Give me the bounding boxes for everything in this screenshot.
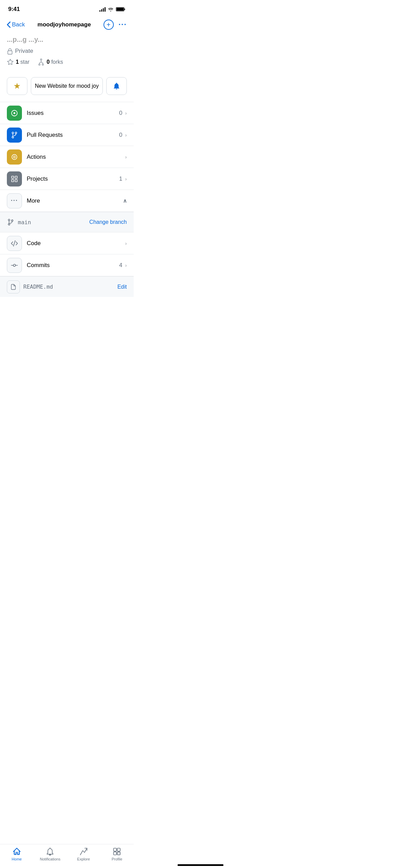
svg-point-21	[13, 264, 15, 266]
change-branch-button[interactable]: Change branch	[89, 219, 127, 225]
projects-count: 1	[119, 176, 122, 182]
commits-label: Commits	[27, 262, 119, 269]
more-options-button[interactable]: ···	[119, 20, 127, 29]
svg-rect-2	[124, 9, 125, 10]
issues-menu-item[interactable]: Issues 0 ›	[0, 102, 134, 124]
pull-requests-count: 0	[119, 132, 122, 138]
readme-info: README.md	[7, 280, 53, 293]
issues-icon	[11, 109, 18, 117]
repo-stats: 1 star 0 forks	[7, 59, 127, 65]
nav-actions: + ···	[104, 20, 127, 30]
nav-bar: Back moodjoyhomepage + ···	[0, 16, 134, 34]
back-chevron-icon	[7, 22, 11, 28]
action-row: ★ New Website for mood joy	[7, 77, 127, 102]
fork-count: 0 forks	[38, 59, 63, 65]
svg-rect-15	[15, 176, 17, 178]
signal-bars-icon	[99, 7, 106, 12]
readme-section: README.md Edit	[0, 276, 134, 297]
star-stat-icon	[7, 59, 14, 65]
star-number: 1	[16, 59, 19, 65]
pull-requests-icon	[11, 131, 18, 139]
commits-icon	[11, 262, 18, 269]
status-time: 9:41	[8, 6, 20, 13]
svg-point-13	[13, 156, 15, 158]
back-button[interactable]: Back	[7, 21, 25, 28]
star-icon: ★	[13, 81, 21, 91]
readme-label: README.md	[23, 284, 53, 290]
svg-rect-1	[117, 8, 124, 11]
fork-number: 0	[47, 59, 50, 65]
fork-label: forks	[51, 59, 63, 65]
pull-requests-chevron-icon: ›	[125, 132, 127, 138]
more-dots-icon: ···	[11, 197, 18, 204]
code-icon	[11, 240, 18, 247]
code-label: Code	[27, 240, 125, 247]
pull-requests-icon-wrap	[7, 128, 22, 143]
branch-info: main	[7, 218, 31, 226]
status-bar: 9:41	[0, 0, 134, 16]
projects-icon	[11, 175, 18, 183]
code-menu-item[interactable]: Code ›	[0, 232, 134, 254]
lock-icon	[7, 48, 13, 55]
repo-visibility: Private	[7, 48, 127, 55]
bell-icon	[112, 82, 121, 90]
branch-section: main Change branch	[0, 212, 134, 232]
branch-icon	[7, 218, 14, 226]
edit-readme-button[interactable]: Edit	[117, 284, 127, 290]
commits-count: 4	[119, 262, 122, 269]
svg-point-8	[13, 112, 15, 114]
description-button[interactable]: New Website for mood joy	[31, 77, 103, 95]
private-label: Private	[15, 48, 33, 55]
notifications-button[interactable]	[106, 77, 127, 95]
more-label: More	[27, 197, 123, 204]
branch-name: main	[18, 219, 31, 226]
star-count: 1 star	[7, 59, 29, 65]
code-chevron-icon: ›	[125, 240, 127, 246]
svg-rect-17	[15, 179, 17, 181]
readme-icon-wrap	[7, 280, 20, 293]
issues-icon-wrap	[7, 106, 22, 121]
description-text: New Website for mood joy	[35, 83, 99, 89]
status-icons	[99, 7, 125, 12]
projects-label: Projects	[27, 176, 119, 182]
actions-icon	[11, 153, 18, 161]
projects-chevron-icon: ›	[125, 176, 127, 182]
svg-point-6	[42, 64, 44, 65]
repo-title-partial: ...p...g ...y...	[7, 36, 127, 44]
plus-icon: +	[107, 21, 111, 28]
projects-menu-item[interactable]: Projects 1 ›	[0, 168, 134, 190]
commits-icon-wrap	[7, 258, 22, 273]
battery-icon	[116, 7, 125, 12]
star-button[interactable]: ★	[7, 77, 27, 95]
pull-requests-menu-item[interactable]: Pull Requests 0 ›	[0, 124, 134, 146]
actions-icon-wrap	[7, 149, 22, 165]
file-section: Code › Commits 4 ›	[0, 232, 134, 276]
add-button[interactable]: +	[104, 20, 114, 30]
back-label: Back	[12, 21, 25, 28]
issues-label: Issues	[27, 110, 119, 117]
more-chevron-up-icon: ∧	[123, 198, 127, 204]
menu-section: Issues 0 › Pull Requests 0 › Actions	[0, 102, 134, 212]
actions-chevron-icon: ›	[125, 154, 127, 160]
projects-icon-wrap	[7, 171, 22, 186]
svg-rect-16	[12, 179, 14, 181]
actions-menu-item[interactable]: Actions ›	[0, 146, 134, 168]
repo-header: ...p...g ...y... Private 1 star 0 forks	[0, 34, 134, 77]
more-icon-wrap: ···	[7, 193, 22, 208]
svg-rect-14	[12, 176, 14, 178]
code-icon-wrap	[7, 236, 22, 251]
issues-count: 0	[119, 110, 122, 117]
svg-point-5	[39, 64, 40, 65]
svg-point-12	[12, 154, 17, 159]
wifi-icon	[108, 7, 114, 12]
page-title: moodjoyhomepage	[37, 21, 91, 28]
readme-icon	[10, 284, 16, 290]
fork-stat-icon	[38, 59, 45, 65]
commits-chevron-icon: ›	[125, 262, 127, 268]
commits-menu-item[interactable]: Commits 4 ›	[0, 254, 134, 276]
star-label: star	[20, 59, 29, 65]
pull-requests-label: Pull Requests	[27, 132, 119, 138]
more-menu-item[interactable]: ··· More ∧	[0, 190, 134, 212]
svg-rect-3	[8, 51, 12, 54]
issues-chevron-icon: ›	[125, 110, 127, 116]
